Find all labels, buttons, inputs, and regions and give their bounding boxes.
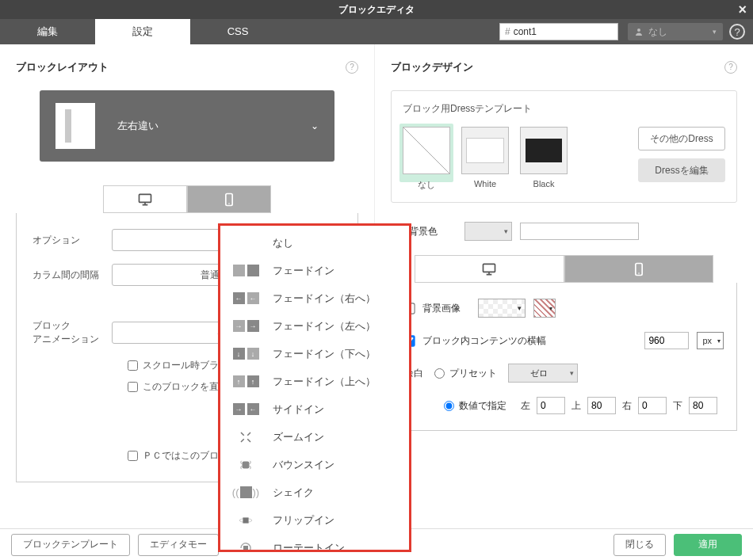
design-help-icon[interactable]: ? [724,61,737,74]
design-device-tab-mobile[interactable] [564,255,714,282]
top-none-dropdown[interactable]: なし ▾ [628,23,723,40]
editor-mode-button[interactable]: エディタモー [138,534,219,556]
anim-item-fadein[interactable]: フェードイン [220,257,409,284]
margin-preset-select[interactable]: ゼロ▾ [508,364,578,383]
dress-item-none[interactable]: なし [403,127,450,191]
window-title: ブロックエディタ [338,4,415,15]
content-width-label: ブロック内コンテンツの横幅 [422,334,546,348]
zoom-icon [239,430,253,444]
design-device-tab-desktop[interactable] [415,255,564,282]
bgimage-swatch[interactable]: ▾ [478,299,526,318]
close-button[interactable]: 閉じる [613,534,666,556]
bgcolor-input[interactable] [520,223,639,240]
svg-point-0 [637,29,640,32]
svg-rect-10 [243,546,248,550]
device-tab-mobile[interactable] [187,185,271,212]
margin-left-input[interactable] [537,397,565,414]
block-animation-label: ブロック アニメーション [32,319,112,346]
anim-item-shake[interactable]: (()) シェイク [220,478,409,506]
block-id-value: cont1 [514,26,537,37]
bgcolor-row: 背景色 ▾ [391,222,737,241]
margin-preset-radio[interactable]: プリセット [434,367,497,380]
anim-item-flipin[interactable]: フリップイン [220,506,409,534]
close-icon[interactable]: × [738,0,747,19]
chevron-down-icon: ⌄ [311,120,319,131]
anim-item-sidein[interactable]: →← サイドイン [220,395,409,423]
anim-item-fadein-up[interactable]: ↑↑ フェードイン（上へ） [220,368,409,395]
content-width-input[interactable] [644,332,689,349]
anim-item-fadein-right[interactable]: ←← フェードイン（右へ） [220,284,409,312]
margin-bottom-input[interactable] [689,397,717,414]
block-id-input[interactable]: # cont1 [499,23,618,40]
scroll-checkbox[interactable] [128,360,138,371]
dress-item-black[interactable]: Black [520,127,568,189]
layout-help-icon[interactable]: ? [346,61,358,74]
help-icon[interactable]: ? [729,24,745,40]
content-width-unit[interactable]: px▾ [697,332,724,349]
anim-item-rotatein[interactable]: ローテートイン [220,534,409,552]
option-label: オプション [32,234,112,247]
tab-css[interactable]: CSS [190,19,285,44]
column-gap-label: カラム間の間隔 [32,269,112,282]
person-icon [634,27,644,36]
svg-rect-7 [243,461,250,468]
margin-right-input[interactable] [638,397,667,414]
block-design-heading: ブロックデザイン [391,60,473,74]
block-layout-heading: ブロックレイアウト [16,60,109,74]
tab-edit[interactable]: 編集 [0,19,95,44]
pc-checkbox[interactable] [128,451,138,461]
svg-point-6 [638,272,640,274]
pane-block-design: ブロックデザイン ? ブロック用Dressテンプレート なし White Bla… [374,44,753,528]
device-tab-desktop[interactable] [103,185,187,212]
dress-template-heading: ブロック用Dressテンプレート [403,102,725,116]
svg-rect-9 [243,517,248,523]
anim-item-zoomin[interactable]: ズームイン [220,423,409,451]
margin-top-input[interactable] [587,397,616,414]
layout-thumbnail [55,103,95,149]
apply-button[interactable]: 適用 [674,534,742,556]
bgimage-pattern[interactable]: ▾ [533,299,556,318]
design-options-fieldset: 背景画像 ▾ ▾ ブロック内コンテンツの横幅 px▾ 余白 プリセット ゼロ▾ [391,283,737,431]
mobile-icon [631,261,647,277]
top-tab-bar: 編集 設定 CSS # cont1 なし ▾ ? [0,19,753,44]
dress-other-button[interactable]: その他のDress [638,127,725,150]
anim-item-bouncein[interactable]: バウンスイン [220,451,409,478]
layout-type-select[interactable]: 左右違い ⌄ [40,90,334,162]
dress-item-white[interactable]: White [461,127,509,189]
bgcolor-label: 背景色 [409,225,457,238]
desktop-icon [481,261,497,277]
bgcolor-select[interactable]: ▾ [464,222,512,241]
svg-rect-4 [484,264,495,272]
rotate-icon [239,541,253,553]
bgimage-label: 背景画像 [422,302,470,315]
hash-icon: # [505,26,510,37]
direct-checkbox[interactable] [128,382,138,392]
mobile-icon [221,192,237,208]
anim-item-fadein-down[interactable]: ↓↓ フェードイン（下へ） [220,340,409,368]
block-template-button[interactable]: ブロックテンプレート [11,534,130,556]
anim-item-fadein-left[interactable]: →→ フェードイン（左へ） [220,312,409,340]
svg-point-3 [228,203,230,204]
dress-template-box: ブロック用Dressテンプレート なし White Black その他のDres… [391,90,737,203]
desktop-icon [137,192,153,208]
margin-numeric-radio[interactable]: 数値で指定 [444,399,506,413]
bounce-icon [239,458,253,472]
titlebar: ブロックエディタ × [0,0,753,19]
anim-item-none[interactable]: なし [220,229,409,257]
layout-type-label: 左右違い [117,119,311,133]
svg-rect-1 [140,194,151,202]
animation-dropdown-menu: なし フェードイン ←← フェードイン（右へ） →→ フェードイン（左へ） ↓↓… [218,223,411,552]
dress-edit-button[interactable]: Dressを編集 [638,158,725,182]
tab-settings[interactable]: 設定 [95,19,190,44]
flip-icon [239,513,253,528]
